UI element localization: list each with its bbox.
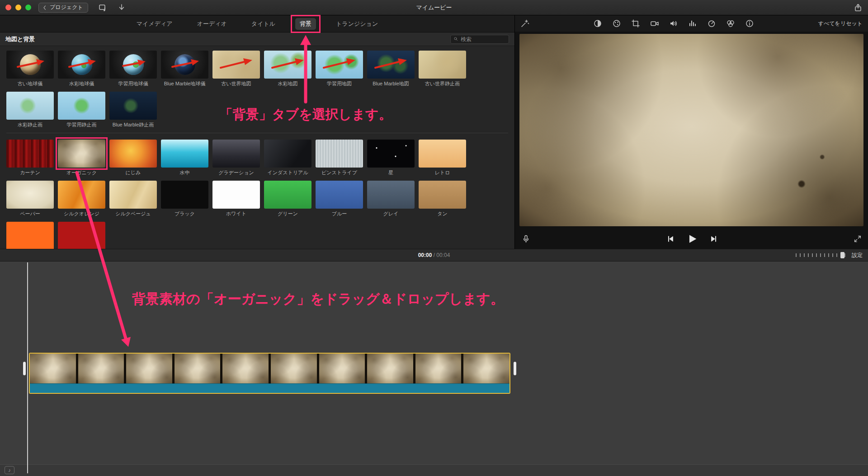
bg-item-industrial[interactable]: インダストリアル (264, 140, 311, 176)
bg-item-white[interactable]: ホワイト (212, 181, 260, 217)
bg-thumb-retro[interactable] (419, 140, 466, 168)
timeline[interactable] (0, 261, 868, 476)
bg-thumb-industrial[interactable] (264, 140, 311, 168)
bg-thumb-black[interactable] (161, 181, 208, 209)
skip-forward-button[interactable] (710, 235, 718, 243)
crop-icon[interactable] (631, 19, 640, 28)
bg-thumb-green[interactable] (264, 181, 311, 209)
bg-thumb-partial-orange[interactable] (6, 222, 54, 249)
map-item-old-world-map[interactable]: 古い世界地図 (212, 51, 260, 87)
tab-backgrounds[interactable]: 背景 (295, 18, 316, 30)
clip-trim-handle-right[interactable] (514, 362, 516, 375)
zoom-button[interactable] (25, 5, 31, 10)
bg-thumb-gradation[interactable] (212, 140, 260, 168)
color-wheels-icon[interactable] (726, 19, 735, 28)
bg-item-blue[interactable]: ブルー (316, 181, 363, 217)
bg-item-partial-red[interactable] (58, 222, 105, 249)
color-palette-icon[interactable] (612, 19, 621, 28)
map-item-watercolor-globe[interactable]: 水彩地球儀 (58, 51, 105, 87)
bg-item-gradation[interactable]: グラデーション (212, 140, 260, 176)
tab-transitions[interactable]: トランジション (331, 18, 382, 30)
bg-item-silk-orange[interactable]: シルクオレンジ (58, 181, 105, 217)
bg-thumb-silk-orange[interactable] (58, 181, 105, 209)
map-item-bluemarble-globe[interactable]: Blue Marble地球儀 (161, 51, 208, 87)
map-item-old-globe[interactable]: 古い地球儀 (6, 51, 54, 87)
video-camera-icon[interactable] (650, 19, 659, 28)
microphone-icon[interactable] (521, 234, 530, 243)
bg-thumb-stars[interactable] (367, 140, 415, 168)
bg-thumb-white[interactable] (212, 181, 260, 209)
contrast-icon[interactable] (593, 19, 602, 28)
bg-item-retro[interactable]: レトロ (419, 140, 466, 176)
bg-thumb-curtain[interactable] (6, 140, 54, 168)
noise-bars-icon[interactable] (688, 19, 697, 28)
bg-thumb-silk-beige[interactable] (109, 181, 157, 209)
map-item-educational-globe[interactable]: 学習用地球儀 (109, 51, 157, 87)
reset-all-button[interactable]: すべてをリセット (818, 20, 863, 28)
auto-enhance-wand-icon[interactable] (520, 19, 529, 28)
map-thumb-old-world-map[interactable] (212, 51, 260, 79)
skip-back-button[interactable] (666, 235, 675, 243)
map-item-bluemarble-still[interactable]: Blue Marble静止画 (109, 92, 157, 128)
map-thumb-educational-still[interactable] (58, 92, 105, 120)
bg-item-silk-beige[interactable]: シルクベージュ (109, 181, 157, 217)
map-thumb-bluemarble-globe[interactable] (161, 51, 208, 79)
bg-thumb-organic[interactable] (58, 140, 105, 168)
bg-item-blur[interactable]: にじみ (109, 140, 157, 176)
map-thumb-watercolor-still[interactable] (6, 92, 54, 120)
tab-my-media[interactable]: マイメディア (132, 18, 177, 30)
back-to-projects-button[interactable]: プロジェクト (38, 3, 88, 13)
search-field[interactable] (450, 35, 509, 44)
bg-item-black[interactable]: ブラック (161, 181, 208, 217)
bg-item-pinstripe[interactable]: ピンストライプ (316, 140, 363, 176)
bg-thumb-gray[interactable] (367, 181, 415, 209)
bg-item-underwater[interactable]: 水中 (161, 140, 208, 176)
map-item-watercolor-still[interactable]: 水彩静止画 (6, 92, 54, 128)
map-item-educational-map[interactable]: 学習用地図 (316, 51, 363, 87)
share-icon[interactable] (854, 3, 863, 12)
music-note-icon[interactable] (5, 466, 14, 474)
bg-thumb-partial-red[interactable] (58, 222, 105, 249)
timeline-settings-button[interactable]: 設定 (852, 252, 863, 259)
close-button[interactable] (5, 5, 11, 10)
map-thumb-watercolor-map[interactable] (264, 51, 311, 79)
map-thumb-bluemarble-map[interactable] (367, 51, 415, 79)
bg-thumb-blue[interactable] (316, 181, 363, 209)
bg-item-green[interactable]: グリーン (264, 181, 311, 217)
bg-item-partial-orange[interactable] (6, 222, 54, 249)
media-browser-icon[interactable] (98, 3, 107, 12)
map-thumb-watercolor-globe[interactable] (58, 51, 105, 79)
playhead[interactable] (27, 262, 28, 473)
bg-thumb-pinstripe[interactable] (316, 140, 363, 168)
bg-item-stars[interactable]: 星 (367, 140, 415, 176)
bg-item-tan[interactable]: タン (419, 181, 466, 217)
bg-item-curtain[interactable]: カーテン (6, 140, 54, 176)
bg-thumb-tan[interactable] (419, 181, 466, 209)
map-thumb-old-globe[interactable] (6, 51, 54, 79)
bg-item-paper[interactable]: ペーパー (6, 181, 54, 217)
download-arrow-icon[interactable] (117, 3, 126, 12)
tab-titles[interactable]: タイトル (247, 18, 280, 30)
minimize-button[interactable] (15, 5, 21, 10)
zoom-slider-handle[interactable] (840, 252, 844, 258)
volume-icon[interactable] (669, 19, 678, 28)
bg-item-organic[interactable]: オーガニック (58, 140, 105, 176)
bg-thumb-blur[interactable] (109, 140, 157, 168)
search-input[interactable] (461, 36, 506, 42)
tab-audio[interactable]: オーディオ (193, 18, 231, 30)
map-item-watercolor-map[interactable]: 水彩地図 (264, 51, 311, 87)
bg-thumb-paper[interactable] (6, 181, 54, 209)
timeline-zoom-slider[interactable] (796, 252, 846, 258)
fullscreen-icon[interactable] (854, 235, 862, 243)
info-icon[interactable] (745, 19, 754, 28)
map-thumb-educational-map[interactable] (316, 51, 363, 79)
bg-item-gray[interactable]: グレイ (367, 181, 415, 217)
map-thumb-educational-globe[interactable] (109, 51, 157, 79)
map-thumb-bluemarble-still[interactable] (109, 92, 157, 120)
bg-thumb-underwater[interactable] (161, 140, 208, 168)
clip-trim-handle-left[interactable] (23, 362, 26, 375)
map-item-educational-still[interactable]: 学習用静止画 (58, 92, 105, 128)
map-item-bluemarble-map[interactable]: Blue Marble地図 (367, 51, 415, 87)
map-thumb-old-world-still[interactable] (419, 51, 466, 79)
play-button[interactable] (687, 234, 697, 244)
